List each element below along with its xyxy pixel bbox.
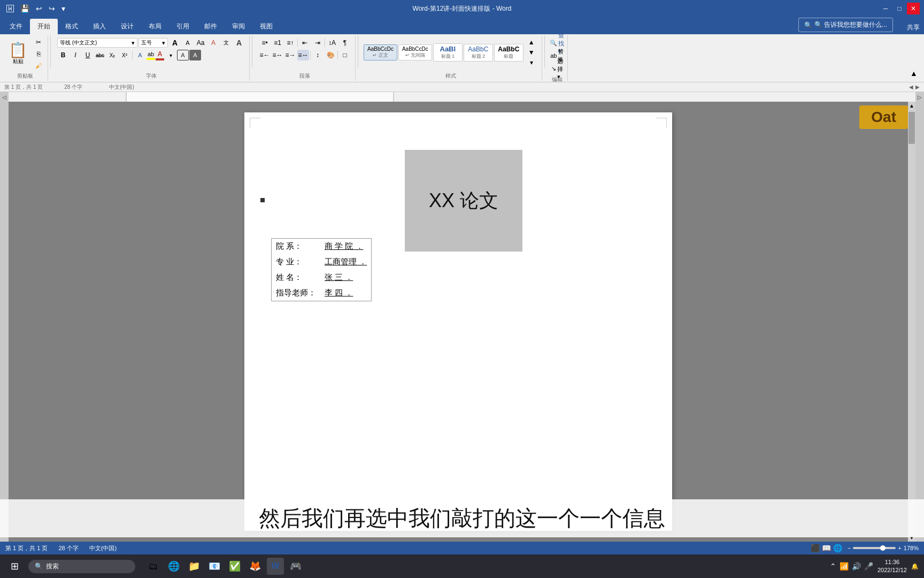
zoom-out-button[interactable]: − <box>848 545 851 551</box>
tab-insert[interactable]: 插入 <box>86 19 113 34</box>
chevron-icon[interactable]: ⌃ <box>830 562 836 571</box>
show-marks-button[interactable]: ¶ <box>339 37 351 48</box>
maximize-button[interactable]: □ <box>893 3 906 14</box>
tab-format[interactable]: 格式 <box>58 19 86 34</box>
close-button[interactable]: ✕ <box>907 3 920 14</box>
align-right-button[interactable]: ≡→ <box>284 50 296 60</box>
font-size-dropdown[interactable]: ▾ <box>162 40 165 47</box>
justify-button[interactable]: ≡↔ <box>297 50 309 60</box>
numbering-button[interactable]: ≡1 <box>272 37 283 48</box>
increase-indent-button[interactable]: ⇥ <box>312 37 324 48</box>
strikethrough-button[interactable]: abc <box>94 50 106 60</box>
clear-format-button[interactable]: A <box>207 37 219 48</box>
fill-color-button[interactable]: 🎨 <box>325 50 336 60</box>
print-layout-button[interactable]: ⬛ <box>811 544 820 552</box>
v-scrollbar-thumb[interactable] <box>908 112 915 144</box>
font-color-button[interactable]: A <box>156 50 164 60</box>
line-spacing-button[interactable]: ↕ <box>312 50 324 60</box>
zoom-in-button[interactable]: + <box>898 545 901 551</box>
char-shading-button[interactable]: A <box>189 50 201 60</box>
decrease-indent-button[interactable]: ⇤ <box>299 37 311 48</box>
phonetic-button[interactable]: 文 <box>220 37 232 48</box>
font-size-selector[interactable]: 五号 ▾ <box>138 38 168 48</box>
web-view-button[interactable]: 🌐 <box>833 544 842 552</box>
align-center-button[interactable]: ≡↔ <box>272 50 283 60</box>
h-scroll-left[interactable]: ◁ <box>0 92 9 542</box>
copy-button[interactable]: ⎘ <box>33 49 44 59</box>
font-name-dropdown[interactable]: ▾ <box>132 40 135 47</box>
tab-view[interactable]: 视图 <box>252 19 280 34</box>
undo-icon[interactable]: ↩ <box>34 3 44 14</box>
scroll-left-arrow[interactable]: ◀ <box>909 84 913 90</box>
style-nospace[interactable]: AaBbCcDc ↵ 无间隔 <box>398 44 432 60</box>
char-border-button[interactable]: A <box>177 50 189 60</box>
multilevel-list-button[interactable]: ≡↑ <box>284 37 296 48</box>
zoom-slider[interactable] <box>853 547 896 549</box>
ribbon-expand-button[interactable]: ▲ <box>908 68 920 79</box>
style-heading2[interactable]: AaBbC 标题 2 <box>464 44 493 62</box>
find-button[interactable]: 🔍查找 ▾ <box>551 37 563 48</box>
taskbar-search[interactable]: 🔍 搜索 <box>28 560 135 573</box>
taskbar-app-word[interactable]: W <box>267 558 284 575</box>
taskbar-icons[interactable]: ⌃ 📶 🔊 🎤 <box>830 562 873 571</box>
document-page[interactable]: XX 论文 院 系： 商 学 院 ． 专 业： 工商管理 ． 姓 名： <box>244 112 672 531</box>
reading-view-button[interactable]: 📖 <box>822 544 831 552</box>
cut-button[interactable]: ✂ <box>33 37 44 48</box>
scroll-right-arrow[interactable]: ▶ <box>915 84 920 90</box>
taskbar-app-firefox[interactable]: 🦊 <box>247 558 264 575</box>
italic-button[interactable]: I <box>70 50 81 60</box>
font-name-selector[interactable]: 等线 (中文正文) ▾ <box>57 38 137 48</box>
style-normal[interactable]: AaBbCcDc ↵ 正文 <box>364 44 397 60</box>
tab-design[interactable]: 设计 <box>113 19 141 34</box>
increase-font-button[interactable]: A <box>169 37 181 48</box>
redo-icon[interactable]: ↪ <box>47 3 57 14</box>
tab-layout[interactable]: 布局 <box>141 19 169 34</box>
taskbar-app-explorer[interactable]: 📁 <box>186 558 203 575</box>
change-case-button[interactable]: Aa <box>195 37 206 48</box>
taskbar-app-game[interactable]: 🎮 <box>287 558 304 575</box>
border-button[interactable]: □ <box>339 50 351 60</box>
subscript-button[interactable]: X₂ <box>106 50 118 60</box>
start-button[interactable]: ⊞ <box>5 558 24 574</box>
align-left-button[interactable]: ≡← <box>259 50 271 60</box>
paste-button[interactable]: 📋 粘贴 <box>5 42 30 66</box>
tab-review[interactable]: 审阅 <box>225 19 252 34</box>
network-icon[interactable]: 📶 <box>840 562 849 571</box>
h-scroll-right[interactable]: ▷ <box>915 92 924 542</box>
taskbar-app-mail[interactable]: 📧 <box>206 558 223 575</box>
styles-up-button[interactable]: ▲ <box>526 37 537 48</box>
char-spacing-button[interactable]: A <box>233 37 245 48</box>
decrease-font-button[interactable]: A <box>182 37 194 48</box>
underline-button[interactable]: U <box>82 50 94 60</box>
font-color-dropdown[interactable]: ▾ <box>165 50 176 60</box>
text-effect-button[interactable]: A <box>134 50 146 60</box>
bold-button[interactable]: B <box>57 50 69 60</box>
v-scrollbar[interactable]: ▲ ▼ <box>908 102 915 542</box>
select-button[interactable]: ↘选择 ▾ <box>551 63 563 74</box>
styles-down-button[interactable]: ▼ <box>526 48 537 58</box>
volume-icon[interactable]: 🔊 <box>852 562 861 571</box>
style-heading1[interactable]: AaBl 标题 1 <box>433 43 463 62</box>
styles-more-button[interactable]: ▾ <box>526 57 537 67</box>
bullets-button[interactable]: ≡• <box>259 37 271 48</box>
taskbar-time[interactable]: 11:36 2022/12/12 <box>877 558 907 575</box>
search-box[interactable]: 🔍 🔍 告诉我您想要做什么... <box>798 18 893 32</box>
share-button[interactable]: 共享 <box>903 21 924 34</box>
tab-references[interactable]: 引用 <box>169 19 197 34</box>
taskbar-app-files[interactable]: 🗂 <box>145 558 162 575</box>
format-painter-button[interactable]: 🖌 <box>33 60 44 71</box>
sort-button[interactable]: ↕A <box>326 37 338 48</box>
view-buttons[interactable]: ⬛ 📖 🌐 <box>811 544 842 552</box>
tab-home[interactable]: 开始 <box>30 19 58 34</box>
taskbar-app-edge[interactable]: 🌐 <box>165 558 182 575</box>
quick-access[interactable]: 🅆 💾 ↩ ↪ ▾ <box>4 3 67 14</box>
zoom-control[interactable]: − + 178% <box>848 545 919 551</box>
window-controls[interactable]: ─ □ ✕ <box>879 3 920 14</box>
taskbar-app-check[interactable]: ✅ <box>226 558 243 575</box>
tab-file[interactable]: 文件 <box>2 19 30 34</box>
style-title[interactable]: AaBbC 标题 <box>494 44 523 62</box>
save-icon[interactable]: 💾 <box>18 3 32 14</box>
mic-icon[interactable]: 🎤 <box>864 562 873 571</box>
minimize-button[interactable]: ─ <box>879 3 892 14</box>
tab-mailings[interactable]: 邮件 <box>197 19 225 34</box>
